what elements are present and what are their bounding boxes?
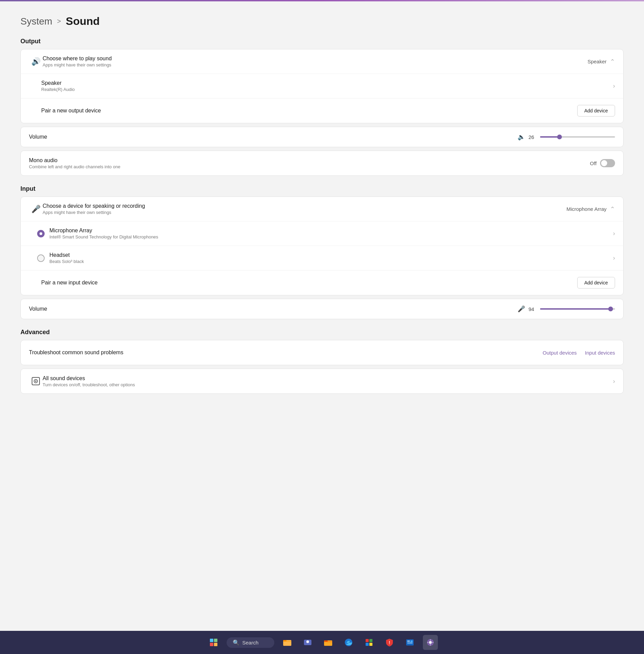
speaker-subtitle: Realtek(R) Audio	[41, 87, 613, 92]
taskbar-folder[interactable]	[321, 635, 336, 650]
troubleshoot-label: Troubleshoot common sound problems	[29, 349, 543, 356]
input-device-card: 🎤 Choose a device for speaking or record…	[20, 197, 624, 295]
input-volume-label: Volume	[29, 306, 518, 312]
windows-start-button[interactable]	[206, 635, 221, 650]
input-volume-icon: 🎤	[518, 305, 525, 313]
headset-chevron-icon: ›	[613, 254, 615, 262]
microphone-array-radio-selected[interactable]	[37, 230, 45, 237]
taskbar-settings-active[interactable]	[423, 635, 438, 650]
mono-audio-title: Mono audio	[29, 157, 590, 164]
microphone-array-title: Microphone Array	[49, 228, 613, 234]
choose-output-row[interactable]: 🔊 Choose where to play sound Apps might …	[21, 49, 623, 74]
toggle-knob	[601, 160, 607, 166]
svg-rect-10	[366, 639, 369, 642]
taskbar-search-box[interactable]: 🔍 Search	[227, 637, 274, 648]
all-sound-devices-chevron-icon: ›	[613, 378, 615, 385]
output-section-label: Output	[20, 38, 624, 45]
headset-radio[interactable]	[37, 254, 45, 262]
breadcrumb-separator: >	[57, 17, 61, 25]
svg-point-6	[306, 640, 309, 643]
svg-rect-12	[366, 643, 369, 646]
microphone-array-row[interactable]: Microphone Array Intel® Smart Sound Tech…	[21, 221, 623, 246]
svg-rect-16	[407, 641, 410, 641]
file-explorer-icon	[282, 638, 292, 647]
radio-inner	[40, 232, 42, 235]
svg-rect-11	[369, 639, 372, 642]
microphone-array-subtitle: Intel® Smart Sound Technology for Digita…	[49, 234, 613, 239]
current-output-device: Speaker	[587, 59, 607, 64]
svg-point-21	[429, 641, 432, 644]
svg-rect-4	[283, 640, 287, 641]
mono-audio-card: Mono audio Combine left and right audio …	[20, 151, 624, 176]
svg-text:!: !	[389, 640, 390, 645]
taskbar-edge[interactable]	[341, 635, 356, 650]
svg-rect-19	[411, 640, 413, 642]
security-icon: !	[385, 638, 394, 647]
taskbar-teams[interactable]	[300, 635, 315, 650]
svg-rect-8	[324, 640, 328, 642]
mono-audio-toggle[interactable]	[600, 159, 615, 167]
input-section-label: Input	[20, 185, 624, 192]
headset-title: Headset	[49, 252, 613, 258]
input-volume-value: 94	[528, 306, 537, 312]
output-devices-link[interactable]: Output devices	[543, 350, 577, 356]
output-device-card: 🔊 Choose where to play sound Apps might …	[20, 49, 624, 123]
input-chevron-up-icon: ⌃	[610, 205, 615, 213]
all-sound-devices-card: All sound devices Turn devices on/off, t…	[20, 369, 624, 394]
svg-rect-13	[369, 643, 372, 646]
advanced-section-label: Advanced	[20, 329, 624, 336]
taskbar: 🔍 Search	[0, 631, 644, 654]
chevron-up-icon: ⌃	[610, 58, 615, 65]
output-volume-icon: 🔈	[518, 133, 525, 141]
microphone-icon: 🎤	[29, 205, 43, 214]
breadcrumb-current: Sound	[66, 15, 100, 28]
speaker-title: Speaker	[41, 80, 613, 86]
settings-icon	[426, 638, 435, 647]
pair-input-label: Pair a new input device	[41, 280, 577, 286]
speaker-chevron-icon: ›	[613, 82, 615, 90]
breadcrumb: System > Sound	[20, 15, 624, 28]
taskbar-file-explorer[interactable]	[280, 635, 295, 650]
add-input-device-button[interactable]: Add device	[577, 277, 615, 289]
choose-input-row[interactable]: 🎤 Choose a device for speaking or record…	[21, 197, 623, 221]
store-icon	[364, 638, 374, 647]
all-sound-devices-subtitle: Turn devices on/off, troubleshoot, other…	[43, 382, 613, 387]
pair-input-row: Pair a new input device Add device	[21, 270, 623, 295]
breadcrumb-system[interactable]: System	[20, 16, 52, 27]
all-sound-devices-row[interactable]: All sound devices Turn devices on/off, t…	[21, 369, 623, 393]
svg-rect-18	[407, 643, 413, 644]
input-volume-slider[interactable]	[540, 306, 615, 312]
headset-row[interactable]: Headset Beats Solo³ black ›	[21, 246, 623, 270]
edge-icon	[344, 638, 353, 647]
taskbar-search-icon: 🔍	[233, 639, 240, 646]
output-volume-label: Volume	[29, 134, 518, 140]
taskbar-news[interactable]	[402, 635, 417, 650]
folder-icon	[323, 638, 333, 647]
headset-subtitle: Beats Solo³ black	[49, 259, 613, 264]
svg-rect-17	[407, 642, 413, 643]
taskbar-security[interactable]: !	[382, 635, 397, 650]
choose-input-subtitle: Apps might have their own settings	[43, 210, 566, 215]
all-sound-devices-title: All sound devices	[43, 375, 613, 382]
windows-logo	[210, 639, 217, 646]
choose-input-title: Choose a device for speaking or recordin…	[43, 203, 566, 209]
taskbar-search-label: Search	[242, 640, 259, 645]
taskbar-store[interactable]	[362, 635, 377, 650]
choose-output-subtitle: Apps might have their own settings	[43, 62, 587, 67]
add-output-device-button[interactable]: Add device	[577, 105, 615, 116]
svg-point-2	[35, 380, 36, 382]
main-content: System > Sound Output 🔊 Choose where to …	[0, 1, 644, 631]
speaker-row[interactable]: Speaker Realtek(R) Audio ›	[21, 74, 623, 98]
input-devices-link[interactable]: Input devices	[585, 350, 615, 356]
mono-audio-row: Mono audio Combine left and right audio …	[21, 151, 623, 175]
input-volume-card: Volume 🎤 94	[20, 299, 624, 319]
mono-audio-state: Off	[590, 160, 597, 166]
speaker-icon: 🔊	[29, 57, 43, 66]
output-volume-slider[interactable]	[540, 134, 615, 140]
mono-audio-subtitle: Combine left and right audio channels in…	[29, 164, 590, 169]
output-volume-card: Volume 🔈 26	[20, 127, 624, 147]
pair-output-label: Pair a new output device	[41, 108, 577, 114]
teams-icon	[303, 638, 312, 647]
pair-output-row: Pair a new output device Add device	[21, 98, 623, 123]
troubleshoot-card: Troubleshoot common sound problems Outpu…	[20, 340, 624, 365]
